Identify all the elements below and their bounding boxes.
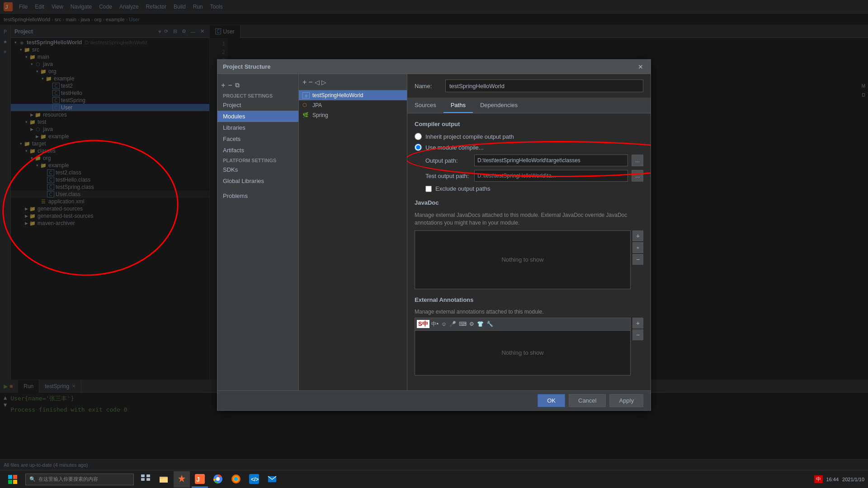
- svg-rect-11: [160, 477, 163, 479]
- use-module-radio-row: Use module compile...: [415, 144, 643, 151]
- javadoc-remove-btn[interactable]: −: [632, 254, 643, 265]
- javadoc-desc: Manage external JavaDocs attached to thi…: [415, 211, 643, 227]
- modal-sidebar-libraries[interactable]: Libraries: [217, 122, 298, 133]
- project-structure-modal: Project Structure ✕ + − ⧉ Project Settin…: [217, 59, 651, 411]
- modal-sidebar-problems[interactable]: Problems: [217, 190, 298, 202]
- modal-name-input[interactable]: [445, 80, 643, 92]
- ime-tool-3[interactable]: 🎤: [449, 321, 456, 327]
- modal-remove-icon[interactable]: −: [228, 81, 232, 89]
- output-path-input[interactable]: [474, 155, 628, 166]
- modal-tab-paths[interactable]: Paths: [443, 98, 473, 113]
- taskbar-app-vscode[interactable]: </>: [246, 471, 262, 488]
- ext-ann-toolbar: S中 中• ☺ 🎤 ⌨ ⚙ 👕 🔧: [415, 318, 631, 330]
- taskbar-app-pin[interactable]: [174, 471, 190, 488]
- module-nav-fwd[interactable]: ▷: [321, 79, 326, 86]
- modal-sidebar-modules[interactable]: Modules: [217, 111, 298, 122]
- ime-tool-2[interactable]: ☺: [441, 321, 447, 327]
- module-list-header: + − ◁ ▷: [299, 74, 407, 90]
- ime-tool-1[interactable]: 中•: [431, 320, 439, 328]
- svg-rect-5: [13, 480, 17, 484]
- modal-tab-sources[interactable]: Sources: [407, 98, 443, 113]
- modal-project-settings-title: Project Settings: [217, 91, 298, 99]
- taskbar-app-intellij[interactable]: J: [192, 471, 208, 488]
- test-output-path-row: Test output path: ...: [415, 170, 643, 182]
- taskbar-date: 2021/1/10: [842, 477, 864, 482]
- javadoc-add-btn[interactable]: +: [632, 230, 643, 241]
- javadoc-add-ext-btn[interactable]: +: [632, 242, 643, 253]
- modal-sidebar-sdks[interactable]: SDKs: [217, 164, 298, 175]
- inherit-radio[interactable]: [415, 133, 422, 140]
- compiler-output-title: Compiler output: [415, 121, 643, 127]
- taskbar-search-box[interactable]: 🔍 在这里输入你要搜索的内容: [25, 474, 134, 485]
- inherit-radio-row: Inherit project compile output path: [415, 133, 643, 140]
- ime-tool-4[interactable]: ⌨: [459, 321, 467, 327]
- svg-text:J: J: [196, 476, 200, 483]
- cancel-button[interactable]: Cancel: [569, 394, 606, 407]
- jpa-icon: ⬡: [302, 102, 310, 108]
- taskbar-ime[interactable]: 中: [814, 475, 823, 483]
- start-button[interactable]: [4, 473, 22, 486]
- modal-close-button[interactable]: ✕: [636, 62, 645, 71]
- modal-overlay: Project Structure ✕ + − ⧉ Project Settin…: [0, 0, 868, 470]
- ime-tool-5[interactable]: ⚙: [469, 321, 474, 327]
- use-module-radio-label: Use module compile...: [425, 144, 484, 151]
- modal-tab-dependencies[interactable]: Dependencies: [473, 98, 525, 113]
- svg-rect-6: [141, 474, 145, 477]
- use-module-radio[interactable]: [415, 144, 422, 151]
- external-annotations-section: External Annotations Manage external ann…: [415, 296, 643, 375]
- ide-window: J File Edit View Navigate Code Analyze R…: [0, 0, 868, 488]
- modal-body: + − ⧉ Project Settings Project Modules L…: [217, 74, 651, 390]
- modal-sidebar-globallibs[interactable]: Global Libraries: [217, 175, 298, 187]
- test-output-path-browse-btn[interactable]: ...: [632, 170, 643, 182]
- svg-point-18: [234, 477, 238, 481]
- apply-button[interactable]: Apply: [609, 394, 643, 407]
- exclude-checkbox-row: Exclude output paths: [415, 185, 643, 192]
- modal-content-tabs: Sources Paths Dependencies: [407, 98, 651, 113]
- test-output-path-input[interactable]: [474, 170, 628, 182]
- ext-ann-add-btn[interactable]: +: [632, 318, 643, 328]
- modal-platform-settings-title: Platform Settings: [217, 156, 298, 164]
- modal-sidebar: + − ⧉ Project Settings Project Modules L…: [217, 74, 299, 390]
- modal-main-content: Name: Sources Paths Dependencies Compile…: [407, 74, 651, 390]
- svg-rect-9: [146, 478, 150, 481]
- module-item-jpa[interactable]: ⬡ JPA: [299, 100, 407, 110]
- ext-ann-side-btns: + −: [632, 318, 643, 375]
- modal-sidebar-artifacts[interactable]: Artifacts: [217, 145, 298, 156]
- modal-copy-icon[interactable]: ⧉: [235, 81, 240, 89]
- svg-rect-8: [141, 478, 145, 481]
- ok-button[interactable]: OK: [538, 394, 565, 407]
- ime-tool-7[interactable]: 🔧: [486, 321, 493, 327]
- modal-name-label: Name:: [415, 83, 442, 89]
- modal-sidebar-facets[interactable]: Facets: [217, 133, 298, 145]
- module-nav-back[interactable]: ◁: [315, 79, 320, 86]
- javadoc-nothing-text: Nothing to show: [501, 256, 543, 263]
- ime-tool-6[interactable]: 👕: [477, 321, 484, 327]
- modal-sidebar-project[interactable]: Project: [217, 99, 298, 111]
- module-add-icon[interactable]: +: [302, 78, 307, 86]
- modal-titlebar: Project Structure ✕: [217, 60, 651, 74]
- module-label-main: testSpringHelloWorld: [312, 92, 363, 99]
- taskbar-app-explorer[interactable]: [156, 471, 172, 488]
- module-item-spring[interactable]: 🌿 Spring: [299, 110, 407, 120]
- javadoc-side-btns: + + −: [632, 230, 643, 289]
- sogou-icon: S中: [417, 320, 429, 328]
- javadoc-section: JavaDoc Manage external JavaDocs attache…: [415, 199, 643, 289]
- module-item-main[interactable]: ◈ testSpringHelloWorld: [299, 90, 407, 100]
- exclude-checkbox[interactable]: [425, 186, 432, 192]
- taskbar-app-firefox[interactable]: [228, 471, 244, 488]
- taskbar-app-chrome[interactable]: [210, 471, 226, 488]
- test-output-path-label: Test output path:: [425, 173, 471, 179]
- module-remove-icon[interactable]: −: [308, 78, 312, 86]
- output-path-browse-btn[interactable]: ...: [632, 155, 643, 166]
- ext-ann-title: External Annotations: [415, 296, 643, 303]
- ext-ann-remove-btn[interactable]: −: [632, 329, 643, 340]
- spring-icon: 🌿: [302, 112, 310, 118]
- modal-paths-content: Compiler output Inherit project compile …: [407, 113, 651, 390]
- modal-title: Project Structure: [223, 63, 636, 70]
- modal-name-row: Name:: [407, 74, 651, 98]
- taskbar-app-mail[interactable]: [264, 471, 280, 488]
- modal-add-icon[interactable]: +: [221, 81, 225, 89]
- ext-ann-desc: Manage external annotations attached to …: [415, 309, 643, 315]
- taskbar-app-multidesktop[interactable]: [137, 471, 154, 488]
- modal-toolbar: + − ⧉: [217, 78, 298, 91]
